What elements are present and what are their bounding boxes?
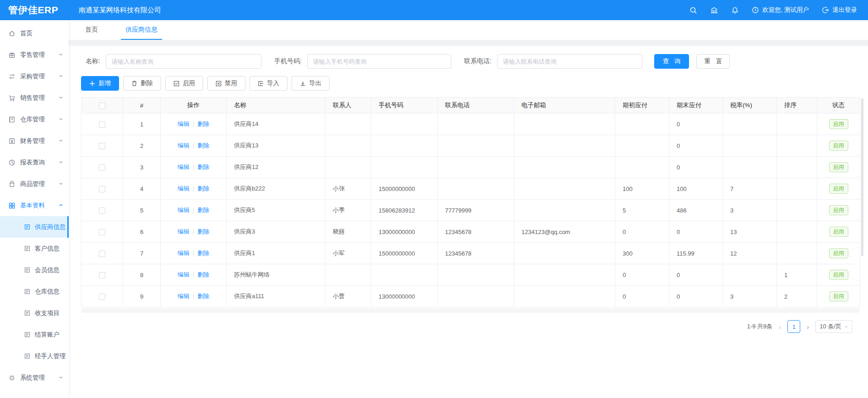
cell-index: 2 — [123, 135, 161, 157]
edit-link[interactable]: 编辑 — [178, 164, 190, 170]
delete-link[interactable]: 删除 — [197, 142, 209, 149]
cell-actions: 编辑|删除 — [161, 135, 227, 157]
doc-icon — [24, 331, 31, 338]
status-badge[interactable]: 启用 — [829, 291, 848, 301]
sidebar-item-home[interactable]: 首页 — [0, 22, 69, 44]
edit-link[interactable]: 编辑 — [178, 293, 190, 300]
delete-link[interactable]: 删除 — [197, 207, 209, 213]
col-index: # — [123, 98, 161, 114]
status-badge[interactable]: 启用 — [829, 248, 848, 258]
export-button[interactable]: 导出 — [292, 76, 330, 91]
edit-link[interactable]: 编辑 — [178, 120, 190, 127]
edit-link[interactable]: 编辑 — [178, 271, 190, 278]
search-button[interactable]: 查 询 — [654, 54, 689, 69]
cell-sort — [777, 221, 817, 243]
tel-filter-input[interactable] — [497, 54, 642, 69]
next-page-button[interactable]: › — [806, 323, 810, 331]
add-button[interactable]: 新增 — [81, 76, 119, 91]
delete-link[interactable]: 删除 — [197, 164, 209, 170]
sidebar-item-system[interactable]: 系统管理 — [0, 367, 69, 388]
disable-button[interactable]: 禁用 — [207, 76, 245, 91]
table-row: 6 编辑|删除 供应商3 晓丽 13000000000 12345678 123… — [81, 221, 860, 243]
sidebar-subitem-label: 供应商信息 — [35, 223, 66, 231]
delete-link[interactable]: 删除 — [197, 250, 209, 256]
horizontal-scrollbar[interactable] — [81, 308, 860, 313]
cell-index: 3 — [123, 157, 161, 178]
cell-actions: 编辑|删除 — [161, 114, 227, 135]
sidebar-item-purchase[interactable]: 采购管理 — [0, 65, 69, 87]
row-checkbox[interactable] — [99, 251, 105, 257]
sidebar-item-reports[interactable]: 报表查询 — [0, 152, 69, 173]
bank-icon[interactable] — [710, 6, 718, 14]
sidebar-subitem-member-info[interactable]: 会员信息 — [0, 259, 69, 281]
col-sort: 排序 — [777, 98, 817, 114]
doc-icon — [24, 310, 31, 316]
status-badge[interactable]: 启用 — [829, 184, 848, 194]
delete-link[interactable]: 删除 — [197, 185, 209, 192]
edit-link[interactable]: 编辑 — [178, 207, 190, 213]
search-icon[interactable] — [689, 6, 697, 14]
page-number-button[interactable]: 1 — [787, 320, 800, 333]
enable-button[interactable]: 启用 — [165, 76, 203, 91]
sidebar-item-sales[interactable]: 销售管理 — [0, 87, 69, 109]
sidebar-item-basic-data[interactable]: 基本资料 — [0, 195, 69, 216]
select-all-checkbox[interactable] — [99, 103, 105, 109]
user-welcome[interactable]: 欢迎您, 测试用户 — [752, 6, 809, 14]
sidebar-item-retail[interactable]: 零售管理 — [0, 44, 69, 65]
status-badge[interactable]: 启用 — [829, 119, 848, 129]
delete-link[interactable]: 删除 — [197, 293, 209, 300]
row-checkbox[interactable] — [99, 294, 105, 300]
row-checkbox[interactable] — [99, 186, 105, 192]
cell-closing-payable: 0 — [669, 157, 723, 178]
phone-filter-input[interactable] — [307, 54, 451, 69]
row-checkbox[interactable] — [99, 229, 105, 235]
sidebar-item-finance[interactable]: 财务管理 — [0, 130, 69, 152]
sidebar-subitem-customer-info[interactable]: 客户信息 — [0, 238, 69, 259]
cell-actions: 编辑|删除 — [161, 178, 227, 200]
product-bag-icon — [8, 180, 16, 188]
delete-link[interactable]: 删除 — [197, 271, 209, 278]
chevron-down-icon — [59, 73, 63, 80]
logout-button[interactable]: 退出登录 — [822, 6, 857, 14]
edit-link[interactable]: 编辑 — [178, 228, 190, 235]
delete-link[interactable]: 删除 — [197, 228, 209, 235]
row-checkbox[interactable] — [99, 164, 105, 171]
sidebar-subitem-supplier-info[interactable]: 供应商信息 — [0, 216, 69, 238]
cell-email — [514, 286, 615, 307]
edit-link[interactable]: 编辑 — [178, 185, 190, 192]
cell-index: 7 — [123, 243, 161, 264]
tab-supplier-info[interactable]: 供应商信息 — [121, 20, 162, 40]
bell-icon[interactable] — [731, 6, 739, 14]
tab-home[interactable]: 首页 — [81, 20, 103, 40]
row-checkbox[interactable] — [99, 207, 105, 214]
status-badge[interactable]: 启用 — [829, 270, 848, 280]
import-button[interactable]: 导入 — [250, 76, 288, 91]
reset-button[interactable]: 重 置 — [696, 54, 730, 69]
edit-link[interactable]: 编辑 — [178, 250, 190, 256]
cell-closing-payable: 0 — [669, 221, 723, 243]
sidebar-item-products[interactable]: 商品管理 — [0, 173, 69, 195]
cell-name: 苏州蜗牛网络 — [227, 264, 326, 286]
name-filter-input[interactable] — [106, 54, 261, 69]
sidebar-item-warehouse[interactable]: 仓库管理 — [0, 109, 69, 130]
table-row: 5 编辑|删除 供应商5 小季 15806283912 77779999 5 4… — [81, 200, 860, 221]
prev-page-button[interactable]: ‹ — [778, 323, 782, 331]
link-divider: | — [193, 120, 194, 127]
row-checkbox[interactable] — [99, 121, 105, 128]
status-badge[interactable]: 启用 — [829, 162, 848, 172]
status-badge[interactable]: 启用 — [829, 227, 848, 237]
page-size-select[interactable]: 10 条/页 — [815, 320, 852, 333]
sidebar-subitem-income-expense[interactable]: 收支项目 — [0, 302, 69, 324]
vertical-scrollbar[interactable] — [861, 98, 863, 256]
edit-link[interactable]: 编辑 — [178, 142, 190, 149]
delete-button[interactable]: 删除 — [123, 76, 161, 91]
cell-tax-rate: 12 — [723, 243, 777, 264]
row-checkbox[interactable] — [99, 272, 105, 278]
sidebar-subitem-warehouse-info[interactable]: 仓库信息 — [0, 281, 69, 302]
status-badge[interactable]: 启用 — [829, 205, 848, 215]
status-badge[interactable]: 启用 — [829, 141, 848, 151]
delete-link[interactable]: 删除 — [197, 120, 209, 127]
sidebar-subitem-settlement-account[interactable]: 结算账户 — [0, 324, 69, 345]
row-checkbox[interactable] — [99, 143, 105, 149]
sidebar-subitem-handler-mgmt[interactable]: 经手人管理 — [0, 345, 69, 367]
